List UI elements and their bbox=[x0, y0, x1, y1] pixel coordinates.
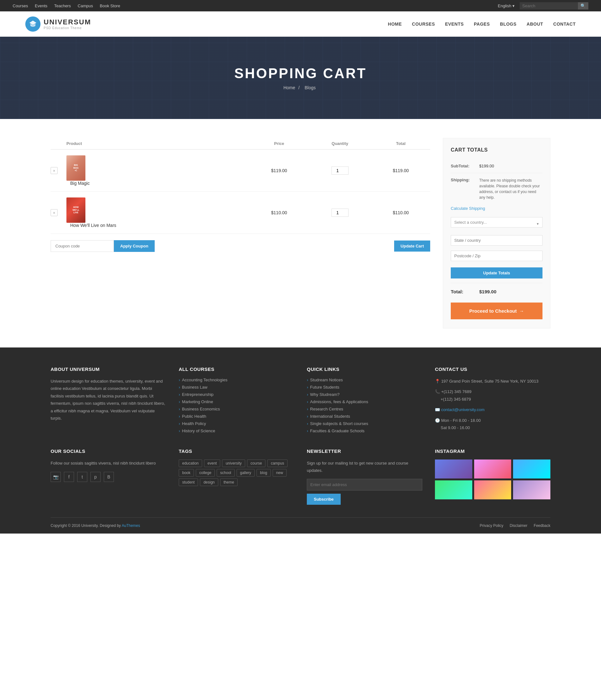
list-item: Health Policy bbox=[179, 421, 294, 426]
tag-12[interactable]: design bbox=[200, 478, 218, 486]
state-input[interactable] bbox=[451, 235, 543, 246]
list-item: Marketing Online bbox=[179, 399, 294, 404]
nav-courses[interactable]: COURSES bbox=[412, 22, 435, 27]
tag-0[interactable]: education bbox=[179, 459, 202, 467]
coupon-input[interactable] bbox=[51, 240, 114, 252]
product-name-2[interactable]: How We'll Live on Mars bbox=[70, 223, 116, 228]
footer: ABOUT UNIVERSUM Universum design for edu… bbox=[0, 348, 601, 533]
behance-icon[interactable]: B bbox=[104, 472, 114, 482]
zip-input[interactable] bbox=[451, 251, 543, 261]
instagram-photo-4[interactable] bbox=[435, 480, 472, 499]
tag-13[interactable]: theme bbox=[220, 478, 238, 486]
topbar-teachers[interactable]: Teachers bbox=[54, 3, 71, 8]
tag-1[interactable]: event bbox=[204, 459, 220, 467]
tag-10[interactable]: new bbox=[273, 469, 287, 477]
instagram-photo-2[interactable] bbox=[474, 459, 512, 478]
tag-7[interactable]: school bbox=[217, 469, 235, 477]
quick-link-6[interactable]: Single subjects & Short courses bbox=[310, 421, 368, 426]
copyright-text: Copyright © 2016 University. Designed by bbox=[51, 523, 122, 528]
footer-quick-links-list: Studream Notices Future Students Why Stu… bbox=[307, 377, 422, 433]
quick-link-1[interactable]: Future Students bbox=[310, 385, 339, 390]
topbar-events[interactable]: Events bbox=[35, 3, 48, 8]
subscribe-button[interactable]: Subscribe bbox=[307, 494, 341, 505]
tag-2[interactable]: university bbox=[222, 459, 245, 467]
breadcrumb-home[interactable]: Home bbox=[283, 85, 295, 90]
tag-6[interactable]: college bbox=[196, 469, 215, 477]
tag-4[interactable]: campus bbox=[267, 459, 288, 467]
product-name-1[interactable]: Big Magic bbox=[70, 181, 89, 186]
nav-pages[interactable]: PAGES bbox=[474, 22, 490, 27]
list-item: Public Health bbox=[179, 414, 294, 419]
feedback-link[interactable]: Feedback bbox=[533, 523, 550, 528]
pinterest-icon[interactable]: p bbox=[90, 472, 101, 482]
quick-link-4[interactable]: Research Centres bbox=[310, 407, 343, 411]
qty-input-2[interactable] bbox=[332, 208, 348, 217]
facebook-icon[interactable]: f bbox=[64, 472, 74, 482]
newsletter-input[interactable] bbox=[307, 479, 422, 491]
tag-5[interactable]: book bbox=[179, 469, 194, 477]
total-cell-1: $119.00 bbox=[371, 149, 430, 192]
contact-address: 197 Grand Poin Street, Suite 75 New York… bbox=[441, 379, 539, 383]
search-button[interactable]: 🔍 bbox=[578, 2, 589, 9]
course-link-5[interactable]: Public Health bbox=[182, 414, 206, 419]
remove-item-2[interactable]: × bbox=[51, 209, 58, 216]
list-item: International Students bbox=[307, 414, 422, 419]
shipping-note: There are no shipping methods available.… bbox=[479, 177, 543, 200]
nav-about[interactable]: ABOUT bbox=[527, 22, 543, 27]
contact-email[interactable]: contact@university.com bbox=[441, 407, 485, 412]
logo[interactable]: UNIVERSUM PSD Education Theme bbox=[25, 17, 91, 32]
logo-icon bbox=[25, 17, 41, 32]
calculate-shipping-link[interactable]: Calculate Shipping bbox=[451, 206, 543, 211]
footer-grid-2: OUR SOCIALS Follow our sosials sagittis … bbox=[51, 448, 550, 505]
quick-link-3[interactable]: Admissions, fees & Applications bbox=[310, 399, 368, 404]
quick-link-7[interactable]: Faculties & Graduate Schools bbox=[310, 428, 364, 433]
list-item: Future Students bbox=[307, 385, 422, 390]
course-link-2[interactable]: Entrepreneurship bbox=[182, 392, 213, 397]
instagram-photo-5[interactable] bbox=[474, 480, 512, 499]
qty-input-1[interactable] bbox=[332, 167, 348, 175]
col-quantity: Quantity bbox=[308, 138, 371, 149]
topbar-bookstore[interactable]: Book Store bbox=[100, 3, 120, 8]
topbar-courses[interactable]: Courses bbox=[12, 3, 28, 8]
nav-home[interactable]: HOME bbox=[388, 22, 402, 27]
footer-quick-links: QUICK LINKS Studream Notices Future Stud… bbox=[307, 367, 422, 436]
disclaimer-link[interactable]: Disclaimer bbox=[509, 523, 527, 528]
tag-9[interactable]: blog bbox=[257, 469, 271, 477]
apply-coupon-button[interactable]: Apply Coupon bbox=[114, 240, 155, 252]
country-select[interactable]: Select a country... bbox=[451, 217, 543, 227]
instagram-icon[interactable]: 📷 bbox=[51, 472, 61, 482]
tag-3[interactable]: course bbox=[247, 459, 265, 467]
course-link-6[interactable]: Health Policy bbox=[182, 421, 206, 426]
nav-contact[interactable]: CONTACT bbox=[553, 22, 576, 27]
tag-8[interactable]: gallery bbox=[237, 469, 255, 477]
tag-11[interactable]: student bbox=[179, 478, 198, 486]
course-link-0[interactable]: Accounting Technologies bbox=[182, 377, 228, 382]
course-link-1[interactable]: Business Law bbox=[182, 385, 207, 390]
twitter-icon[interactable]: t bbox=[77, 472, 87, 482]
instagram-photo-6[interactable] bbox=[513, 480, 550, 499]
quick-link-5[interactable]: International Students bbox=[310, 414, 350, 419]
footer-instagram: INSTAGRAM bbox=[435, 448, 550, 505]
remove-item-1[interactable]: × bbox=[51, 167, 58, 174]
topbar-campus[interactable]: Campus bbox=[78, 3, 93, 8]
tags-wrap: education event university course campus… bbox=[179, 459, 294, 486]
social-icons-row: 📷 f t p B bbox=[51, 472, 166, 482]
update-totals-button[interactable]: Update Totals bbox=[451, 268, 543, 278]
course-link-4[interactable]: Business Economics bbox=[182, 407, 220, 411]
checkout-button[interactable]: Proceed to Checkout → bbox=[451, 302, 543, 319]
col-price: Price bbox=[250, 138, 308, 149]
author-link[interactable]: AuThemes bbox=[122, 523, 140, 528]
course-link-3[interactable]: Marketing Online bbox=[182, 399, 213, 404]
nav-blogs[interactable]: BLOGS bbox=[500, 22, 517, 27]
search-input[interactable] bbox=[520, 2, 578, 9]
quick-link-2[interactable]: Why Studream? bbox=[310, 392, 339, 397]
privacy-policy-link[interactable]: Privacy Policy bbox=[480, 523, 503, 528]
update-cart-button[interactable]: Update Cart bbox=[394, 241, 430, 252]
product-cell-1: BIGMAG•C Big Magic bbox=[67, 149, 250, 192]
instagram-photo-1[interactable] bbox=[435, 459, 472, 478]
course-link-7[interactable]: History of Science bbox=[182, 428, 215, 433]
instagram-photo-3[interactable] bbox=[513, 459, 550, 478]
quick-link-0[interactable]: Studream Notices bbox=[310, 377, 343, 382]
language-selector[interactable]: English ▾ bbox=[498, 3, 515, 8]
nav-events[interactable]: EVENTS bbox=[445, 22, 464, 27]
